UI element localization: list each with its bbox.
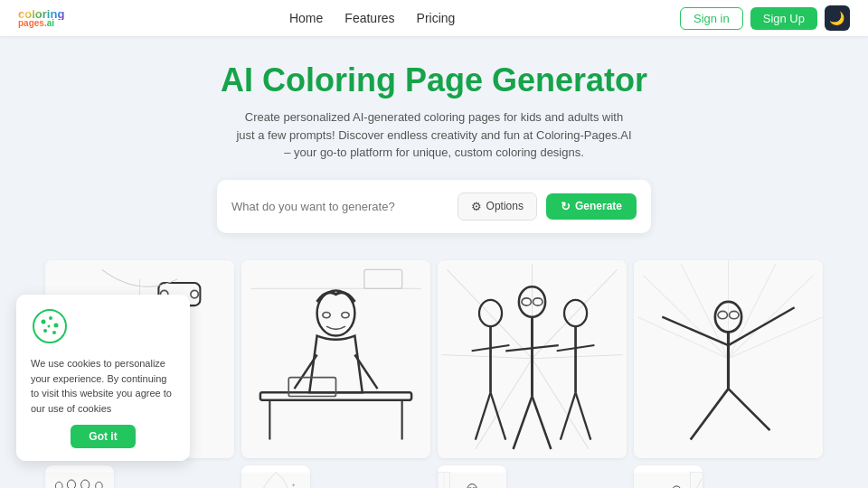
- nav-link-home[interactable]: Home: [289, 11, 323, 25]
- got-it-button[interactable]: Got it: [71, 425, 135, 448]
- moon-icon: 🌙: [829, 11, 844, 25]
- generate-label: Generate: [575, 200, 622, 212]
- svg-rect-101: [438, 473, 506, 488]
- svg-point-126: [54, 324, 59, 328]
- svg-point-125: [49, 316, 52, 320]
- nav-links: Home Features Pricing: [289, 11, 455, 25]
- cookie-text: We use cookies to personalize your exper…: [31, 356, 175, 416]
- gallery-item[interactable]: [438, 260, 627, 458]
- svg-point-127: [43, 329, 47, 333]
- gallery-image-6: ✦ ✦: [241, 465, 310, 488]
- hero-subtitle: Create personalized AI-generated colorin…: [235, 108, 633, 162]
- gallery-image-7: [438, 465, 506, 488]
- nav-link-features[interactable]: Features: [344, 11, 394, 25]
- gallery-item[interactable]: [438, 465, 506, 488]
- gear-icon: ⚙: [471, 200, 482, 213]
- refresh-icon: ↻: [561, 200, 571, 213]
- signup-button[interactable]: Sign Up: [750, 7, 817, 30]
- gallery-item[interactable]: [634, 260, 823, 458]
- hero-section: AI Coloring Page Generator Create person…: [0, 36, 868, 248]
- search-bar: ⚙ Options ↻ Generate: [217, 180, 651, 233]
- search-input[interactable]: [231, 200, 448, 213]
- cookie-banner: We use cookies to personalize your exper…: [16, 295, 190, 461]
- navbar: coloring pages.ai Home Features Pricing …: [0, 0, 868, 36]
- dark-mode-button[interactable]: 🌙: [825, 5, 850, 31]
- gallery-image-2: [241, 260, 430, 458]
- options-button[interactable]: ⚙ Options: [458, 192, 537, 221]
- svg-rect-112: [634, 473, 703, 488]
- gallery-item[interactable]: [241, 260, 430, 458]
- cookie-icon: [31, 307, 69, 345]
- nav-actions: Sign in Sign Up 🌙: [680, 5, 850, 31]
- nav-link-pricing[interactable]: Pricing: [417, 11, 456, 25]
- svg-point-129: [48, 325, 51, 328]
- options-label: Options: [486, 200, 524, 212]
- gallery-image-3: [438, 260, 627, 458]
- logo: coloring pages.ai: [18, 8, 64, 28]
- svg-rect-90: [241, 473, 310, 488]
- generate-button[interactable]: ↻ Generate: [546, 193, 637, 220]
- svg-point-124: [42, 320, 46, 324]
- gallery-item[interactable]: ✦ ✦: [241, 465, 310, 488]
- gallery-image-4: [634, 260, 823, 458]
- gallery-image-8: [634, 465, 703, 488]
- gallery-item[interactable]: [634, 465, 703, 488]
- hero-title: AI Coloring Page Generator: [18, 61, 850, 99]
- svg-point-128: [52, 331, 56, 334]
- gallery-image-5: [45, 465, 114, 488]
- svg-text:✦: ✦: [291, 482, 296, 488]
- gallery-item[interactable]: [45, 465, 114, 488]
- signin-button[interactable]: Sign in: [680, 7, 743, 30]
